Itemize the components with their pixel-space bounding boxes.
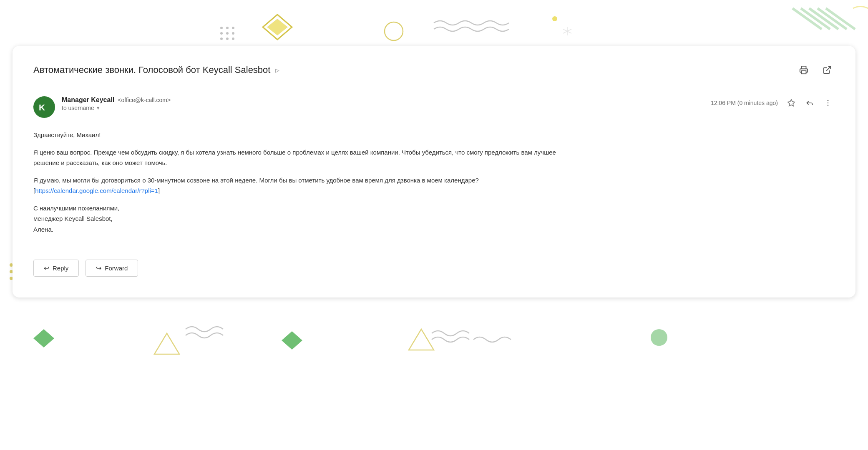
email-time: 12:06 PM (0 minutes ago) — [711, 100, 778, 106]
sender-email: <office@k-call.com> — [118, 97, 171, 103]
open-in-new-button[interactable] — [820, 62, 835, 78]
header-actions — [796, 62, 835, 78]
more-options-button[interactable] — [821, 96, 835, 110]
sender-name-line: Manager Keycall <office@k-call.com> — [62, 96, 711, 104]
email-subject: Автоматические звонки. Голосовой бот Key… — [33, 65, 270, 75]
svg-marker-9 — [263, 15, 292, 40]
email-header: Автоматические звонки. Голосовой бот Key… — [33, 62, 835, 86]
sender-row: K Manager Keycall <office@k-call.com> to… — [33, 96, 835, 118]
sender-meta: 12:06 PM (0 minutes ago) — [711, 96, 835, 110]
subject-forward-icon: ▹ — [275, 65, 279, 75]
svg-line-17 — [826, 8, 855, 29]
svg-point-12 — [552, 16, 557, 21]
reply-icon: ↩ — [44, 264, 49, 272]
svg-point-8 — [232, 38, 234, 40]
svg-point-1 — [226, 27, 229, 29]
svg-point-6 — [220, 38, 223, 40]
svg-line-16 — [818, 8, 847, 29]
subject-area: Автоматические звонки. Голосовой бот Key… — [33, 65, 279, 75]
body-paragraph2: Я думаю, мы могли бы договориться о 30-м… — [33, 175, 576, 196]
svg-point-33 — [828, 105, 829, 106]
sender-name: Manager Keycall — [62, 96, 114, 104]
svg-text:K: K — [39, 102, 45, 112]
avatar: K — [33, 96, 55, 118]
svg-marker-18 — [33, 329, 54, 348]
svg-point-5 — [232, 32, 234, 35]
greeting: Здравствуйте, Михаил! — [33, 130, 576, 140]
calendar-link[interactable]: https://calendar.google.com/calendar/r?p… — [35, 187, 158, 194]
svg-point-2 — [232, 27, 234, 29]
star-button[interactable] — [785, 96, 798, 110]
svg-line-14 — [801, 8, 830, 29]
to-username[interactable]: to username ▼ — [62, 105, 711, 111]
svg-point-31 — [828, 100, 829, 101]
email-card: Автоматические звонки. Голосовой бот Key… — [13, 46, 855, 298]
svg-line-27 — [826, 67, 830, 71]
svg-point-22 — [651, 329, 667, 346]
forward-icon: ↪ — [96, 264, 101, 272]
dropdown-arrow-icon: ▼ — [96, 105, 101, 110]
forward-action-button[interactable]: ↪ Forward — [86, 260, 138, 277]
svg-line-13 — [793, 8, 822, 29]
svg-marker-21 — [409, 329, 434, 350]
reply-button[interactable] — [803, 96, 816, 110]
svg-point-0 — [220, 27, 223, 29]
reply-action-button[interactable]: ↩ Reply — [33, 260, 79, 277]
svg-point-3 — [220, 32, 223, 35]
email-actions: ↩ Reply ↪ Forward — [33, 260, 835, 277]
svg-marker-19 — [154, 333, 179, 354]
sender-info: Manager Keycall <office@k-call.com> to u… — [62, 96, 711, 111]
svg-marker-10 — [267, 19, 288, 35]
meta-icons — [785, 96, 835, 110]
svg-rect-26 — [802, 71, 806, 74]
body-paragraph1: Я ценю ваш вопрос. Прежде чем обсудить с… — [33, 147, 576, 168]
svg-point-11 — [385, 22, 403, 40]
svg-marker-30 — [788, 100, 795, 106]
reply-label: Reply — [53, 265, 68, 272]
svg-point-32 — [828, 102, 829, 104]
forward-label: Forward — [105, 265, 128, 272]
svg-line-15 — [809, 8, 838, 29]
print-button[interactable] — [796, 62, 811, 78]
svg-marker-20 — [282, 331, 302, 350]
to-username-label: to username — [62, 105, 94, 111]
svg-point-7 — [226, 38, 229, 40]
email-body: Здравствуйте, Михаил! Я ценю ваш вопрос.… — [33, 130, 576, 235]
svg-point-4 — [226, 32, 229, 35]
closing: С наилучшими пожеланиями, менеджер Keyca… — [33, 203, 576, 235]
